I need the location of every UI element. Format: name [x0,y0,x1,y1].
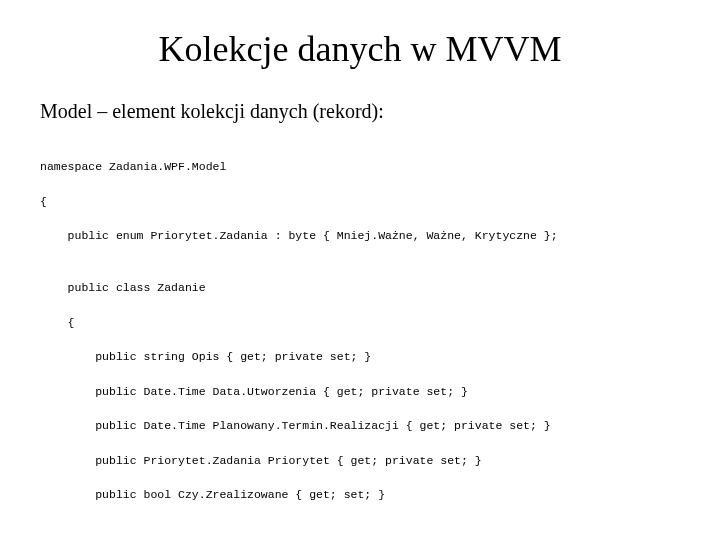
code-line: public enum Priorytet.Zadania : byte { M… [40,227,680,244]
code-line: public bool Czy.Zrealizowane { get; set;… [40,486,680,503]
code-line: namespace Zadania.WPF.Model [40,158,680,175]
code-line: public Date.Time Planowany.Termin.Realiz… [40,417,680,434]
code-line: { [40,314,680,331]
slide-subtitle: Model – element kolekcji danych (rekord)… [40,100,680,123]
code-line: public Date.Time Data.Utworzenia { get; … [40,383,680,400]
code-line: public Priorytet.Zadania Priorytet { get… [40,452,680,469]
code-line: public class Zadanie [40,279,680,296]
code-line: { [40,193,680,210]
code-line: public string Opis { get; private set; } [40,348,680,365]
code-block: namespace Zadania.WPF.Model { public enu… [40,141,680,540]
slide-title: Kolekcje danych w MVVM [40,28,680,70]
slide: Kolekcje danych w MVVM Model – element k… [0,0,720,540]
